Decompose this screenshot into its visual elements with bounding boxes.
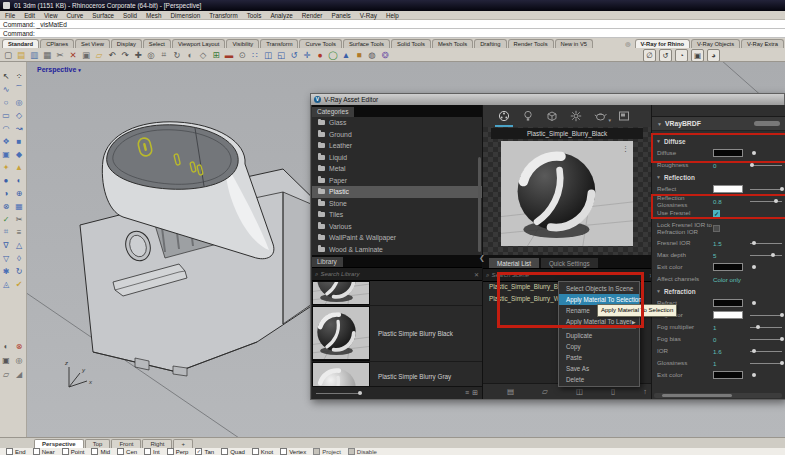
collapse-icon[interactable]: ▼ (656, 288, 661, 294)
library-item[interactable] (312, 281, 482, 306)
palette-tool-icon-23[interactable]: ✓ (0, 213, 12, 225)
lights-icon[interactable] (521, 109, 535, 123)
menu-analyze[interactable]: Analyze (270, 12, 292, 19)
osnap-point[interactable]: Point (62, 448, 85, 455)
palette-tool-icon-11[interactable]: ❖ (0, 135, 12, 147)
slider-track[interactable] (750, 243, 782, 244)
slider-track[interactable] (750, 189, 782, 190)
slider-handle[interactable] (752, 265, 756, 269)
menu-surface[interactable]: Surface (92, 12, 114, 19)
checkbox[interactable] (221, 448, 228, 455)
menu-view[interactable]: View (44, 12, 58, 19)
ribbon-tab-transform[interactable]: Transform (260, 39, 298, 48)
osnap-tan[interactable]: ✓Tan (195, 448, 214, 455)
library-item[interactable]: Plastic Simple Blurry Black (312, 306, 482, 362)
menu-transform[interactable]: Transform (209, 12, 237, 19)
menu-render[interactable]: Render (302, 12, 323, 19)
slider-track[interactable] (750, 363, 782, 364)
color-swatch[interactable] (713, 299, 743, 307)
palette-tool-icon-13[interactable]: ▣ (0, 148, 12, 160)
color-swatch[interactable] (713, 371, 743, 379)
menu-item-apply-material-to-layer[interactable]: Apply Material To Layer▶ (559, 316, 639, 327)
render-icon[interactable]: ▼ (593, 109, 607, 123)
viewport-tab-[interactable]: + (173, 439, 193, 448)
viewport-tab-front[interactable]: Front (111, 439, 141, 448)
asset-editor-titlebar[interactable]: V V-Ray Asset Editor (311, 94, 784, 105)
slider-handle[interactable] (750, 163, 754, 167)
tab-quick-settings[interactable]: Quick Settings (541, 258, 598, 268)
slider-handle[interactable] (752, 301, 756, 305)
palette-tool-icon-15[interactable]: ✦ (0, 161, 12, 173)
palette-tool-icon-16[interactable]: ▲ (13, 161, 25, 173)
copy-icon[interactable]: ▣ (80, 49, 92, 61)
osnap-knot[interactable]: Knot (252, 448, 273, 455)
dropdown-arrow-icon[interactable]: ▼ (608, 118, 612, 123)
delete-asset-icon[interactable]: ▯ (611, 387, 615, 396)
render-cone-icon[interactable]: ▲ (340, 49, 352, 61)
render-box-icon[interactable]: ■ (353, 49, 365, 61)
ribbon-tab-cplanes[interactable]: CPlanes (40, 39, 74, 48)
osnap-perp[interactable]: Perp (167, 448, 189, 455)
ribbon-tab-v-ray-extra[interactable]: V-Ray Extra (741, 39, 784, 48)
slider-handle[interactable] (780, 337, 784, 341)
options-icon[interactable]: ❂ (379, 49, 391, 61)
slider-handle[interactable] (752, 151, 756, 155)
scale-icon[interactable]: ◱ (275, 49, 287, 61)
save-asset-icon[interactable]: ◫ (576, 387, 583, 396)
menu-item-select-objects-in-scene[interactable]: Select Objects In Scene (559, 283, 639, 294)
menu-mesh[interactable]: Mesh (146, 12, 161, 19)
property-value[interactable]: Color only (713, 276, 747, 283)
color-swatch[interactable] (713, 263, 743, 271)
checkbox[interactable] (252, 448, 259, 455)
category-leather[interactable]: Leather (312, 140, 482, 152)
menu-panels[interactable]: Panels (331, 12, 350, 19)
menu-item-paste[interactable]: Paste (559, 352, 639, 363)
checkbox[interactable] (144, 448, 151, 455)
palette-tool-icon-20[interactable]: ⊕ (13, 187, 25, 199)
palette-tool-icon-4[interactable]: ⌒ (13, 83, 25, 95)
category-liquid[interactable]: Liquid (312, 152, 482, 164)
clear-search-icon[interactable]: ✕ (474, 271, 479, 278)
panel-expander-icon[interactable]: ❮ (479, 254, 485, 262)
viewport-tab-right[interactable]: Right (142, 439, 172, 448)
palette-tool-icon-19[interactable]: ◑ (0, 187, 12, 199)
palette-tool-icon-22[interactable]: ▦ (13, 200, 25, 212)
menu-dimension[interactable]: Dimension (170, 12, 200, 19)
vray-license-icon[interactable]: ∅ (643, 49, 656, 62)
thumbnail-size-slider[interactable] (316, 393, 362, 394)
osnap-mid[interactable]: Mid (91, 448, 110, 455)
list-view-icon[interactable]: ≡ (465, 389, 469, 397)
scene-search-input[interactable] (491, 272, 647, 278)
preview-options-icon[interactable]: ⋮ (622, 145, 629, 153)
ribbon-tab-display[interactable]: Display (111, 39, 142, 48)
palette-bottom-icon-6[interactable]: ◢ (13, 368, 25, 380)
palette-bottom-icon-3[interactable]: ▣ (0, 354, 12, 366)
add-asset-icon[interactable]: ▤ (507, 387, 514, 396)
palette-tool-icon-1[interactable]: ↖ (0, 70, 12, 82)
category-glass[interactable]: Glass (312, 117, 482, 129)
undo-icon[interactable]: ↶ (106, 49, 118, 61)
slider-track[interactable] (750, 351, 782, 352)
palette-tool-icon-28[interactable]: △ (13, 239, 25, 251)
palette-tool-icon-31[interactable]: ✱ (0, 265, 12, 277)
category-wood-laminate[interactable]: Wood & Laminate (312, 244, 482, 256)
render-sphere-icon[interactable]: ● (314, 49, 326, 61)
brdf-header[interactable]: ▼ VRayBRDF (652, 116, 785, 131)
slider-track[interactable] (750, 327, 782, 328)
palette-tool-icon-27[interactable]: ∇ (0, 239, 12, 251)
palette-tool-icon-8[interactable]: ◇ (13, 109, 25, 121)
settings-icon[interactable] (569, 109, 583, 123)
tab-material-list[interactable]: Material List (489, 258, 539, 268)
menu-curve[interactable]: Curve (67, 12, 84, 19)
palette-tool-icon-34[interactable]: ✔ (13, 278, 25, 290)
palette-tool-icon-24[interactable]: ✂ (13, 213, 25, 225)
cut-icon[interactable]: ✂ (54, 49, 66, 61)
palette-tool-icon-33[interactable]: ◬ (0, 278, 12, 290)
zoom-icon[interactable]: ◎ (145, 49, 157, 61)
preview-quality-slider[interactable] (754, 121, 780, 126)
category-ground[interactable]: Ground (312, 129, 482, 141)
checkbox[interactable] (91, 448, 98, 455)
section-diffuse[interactable]: ▼Diffuse (652, 135, 785, 147)
slider-track[interactable] (750, 201, 782, 202)
move-object-icon[interactable]: ✛ (301, 49, 313, 61)
